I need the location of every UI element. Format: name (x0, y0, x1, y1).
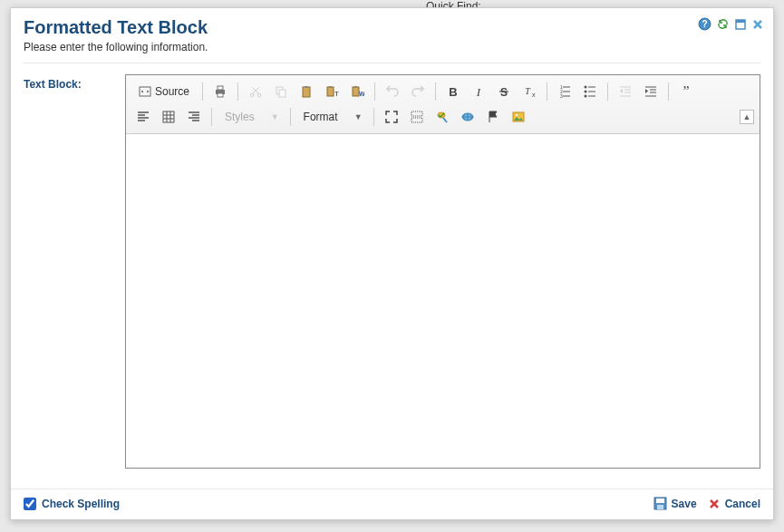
cut-button[interactable] (244, 80, 267, 103)
separator (607, 82, 608, 101)
svg-rect-14 (327, 87, 334, 96)
text-block-label: Text Block: (24, 74, 112, 469)
separator (237, 82, 238, 101)
image-button[interactable] (507, 105, 530, 129)
check-spelling-option[interactable]: Check Spelling (24, 498, 120, 510)
check-spelling-label: Check Spelling (42, 498, 120, 510)
rich-text-editor: Source T W B (125, 74, 760, 469)
svg-rect-3 (736, 20, 745, 23)
svg-rect-67 (656, 498, 664, 503)
styles-dropdown[interactable]: Styles▼ (218, 105, 285, 129)
blockquote-button[interactable]: ” (674, 80, 698, 103)
dialog-header: Formatted Text Block Please enter the fo… (11, 8, 773, 59)
svg-text:T: T (334, 90, 339, 98)
bold-button[interactable]: B (441, 80, 465, 103)
cancel-button-label: Cancel (725, 498, 760, 510)
link-button[interactable] (456, 105, 479, 129)
cancel-icon (708, 498, 721, 510)
cancel-button[interactable]: Cancel (708, 498, 760, 510)
source-button[interactable]: Source (131, 80, 197, 103)
numbered-list-button[interactable]: 123 (553, 80, 576, 103)
svg-point-34 (585, 95, 587, 98)
separator (374, 82, 375, 101)
separator (668, 82, 669, 101)
refresh-icon[interactable] (716, 17, 730, 31)
check-spelling-checkbox[interactable] (24, 498, 36, 510)
svg-rect-51 (163, 111, 174, 122)
svg-point-33 (585, 91, 587, 93)
paste-button[interactable] (295, 80, 318, 103)
format-dropdown-label: Format (304, 111, 338, 123)
paste-text-button[interactable]: T (320, 80, 344, 103)
copy-button[interactable] (269, 80, 293, 103)
separator (373, 108, 374, 126)
undo-button[interactable] (381, 80, 404, 103)
bullet-list-button[interactable] (578, 80, 602, 103)
caret-down-icon: ▼ (354, 112, 363, 121)
svg-point-32 (585, 86, 587, 89)
header-actions: ? (698, 17, 764, 31)
separator (547, 82, 547, 101)
indent-button[interactable] (639, 80, 663, 103)
show-blocks-button[interactable] (405, 105, 429, 129)
separator (211, 108, 212, 126)
dialog-subtitle: Please enter the following information. (24, 41, 760, 53)
save-button[interactable]: Save (653, 497, 697, 510)
align-left-button[interactable] (131, 105, 155, 129)
close-icon[interactable] (751, 18, 764, 31)
align-right-button[interactable] (182, 105, 206, 129)
italic-button[interactable]: I (467, 80, 490, 103)
svg-rect-6 (218, 86, 223, 90)
svg-text:B: B (449, 85, 457, 99)
svg-text:I: I (476, 85, 481, 99)
formatted-text-block-dialog: Formatted Text Block Please enter the fo… (10, 7, 774, 520)
editor-toolbar: Source T W B (126, 75, 760, 134)
footer-actions: Save Cancel (653, 497, 760, 510)
save-button-label: Save (672, 498, 697, 510)
redo-button[interactable] (406, 80, 430, 103)
svg-rect-11 (279, 90, 286, 97)
svg-rect-13 (305, 86, 308, 88)
separator (202, 82, 203, 101)
remove-format-button[interactable]: Tx (518, 80, 541, 103)
separator (290, 108, 291, 126)
maximize-editor-button[interactable] (380, 105, 403, 129)
print-button[interactable] (208, 80, 232, 103)
svg-rect-17 (353, 87, 359, 96)
dialog-body: Text Block: Source T (11, 63, 773, 479)
help-icon[interactable]: ? (698, 17, 711, 31)
spellcheck-button[interactable] (431, 105, 454, 129)
svg-rect-18 (354, 86, 357, 88)
svg-rect-68 (657, 505, 663, 509)
svg-text:3: 3 (560, 93, 563, 99)
toolbar-row-1: Source T W B (131, 79, 754, 104)
svg-rect-7 (218, 93, 223, 97)
svg-text:x: x (532, 92, 536, 98)
svg-text:T: T (525, 86, 531, 96)
dialog-footer: Check Spelling Save Cancel (11, 488, 773, 519)
toolbar-row-2: Styles▼ Format▼ ▲ (131, 104, 754, 130)
editor-column: Source T W B (125, 74, 760, 469)
styles-dropdown-label: Styles (225, 111, 255, 123)
source-icon (139, 85, 151, 98)
svg-text:S: S (500, 86, 508, 99)
separator (435, 82, 436, 101)
svg-rect-61 (411, 118, 422, 122)
svg-rect-60 (411, 111, 422, 116)
svg-rect-12 (303, 87, 310, 97)
maximize-icon[interactable] (734, 18, 747, 31)
table-button[interactable] (157, 105, 180, 129)
svg-rect-15 (329, 86, 332, 88)
svg-point-65 (515, 114, 517, 116)
source-button-label: Source (155, 85, 189, 98)
collapse-toolbar-button[interactable]: ▲ (740, 110, 754, 124)
flag-button[interactable] (481, 105, 505, 129)
svg-text:W: W (359, 91, 364, 97)
caret-down-icon: ▼ (271, 112, 279, 121)
strikethrough-button[interactable]: S (492, 80, 516, 103)
paste-word-button[interactable]: W (345, 80, 369, 103)
editor-content-area[interactable] (126, 134, 760, 468)
save-icon (653, 497, 667, 510)
format-dropdown[interactable]: Format▼ (296, 105, 368, 129)
outdent-button[interactable] (614, 80, 637, 103)
